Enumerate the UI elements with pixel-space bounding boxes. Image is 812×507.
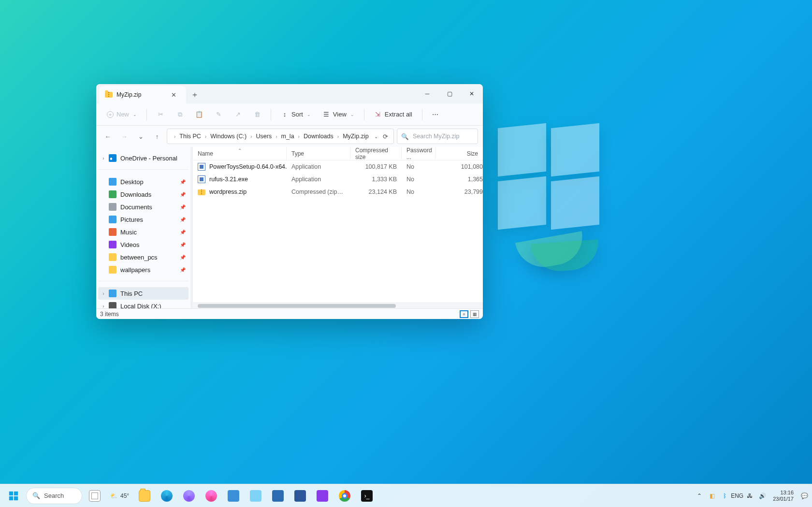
paste-button[interactable]: 📋: [190, 108, 208, 121]
chevron-right-icon[interactable]: ›: [100, 156, 107, 161]
sidebar-item-documents[interactable]: Documents📌: [98, 201, 188, 213]
taskbar-app-store[interactable]: [268, 486, 288, 506]
tab-myzip[interactable]: MyZip.zip ✕: [99, 86, 186, 103]
file-row[interactable]: rufus-3.21.exeApplication1,333 KBNo1,365: [193, 173, 483, 186]
share-button[interactable]: ↗: [229, 108, 246, 121]
nav-up-button[interactable]: ↑: [150, 130, 164, 143]
new-button[interactable]: + New ⌄: [102, 108, 142, 121]
cut-button[interactable]: ✂: [152, 108, 169, 121]
pin-icon[interactable]: 📌: [180, 230, 186, 235]
nav-recent-button[interactable]: ⌄: [134, 130, 147, 143]
horizontal-scrollbar[interactable]: [193, 303, 483, 308]
pin-icon[interactable]: 📌: [180, 242, 186, 247]
crumb-users[interactable]: Users: [253, 133, 275, 140]
crumb-downloads[interactable]: Downloads: [301, 133, 336, 140]
windows-logo-icon: [8, 491, 19, 501]
navigation-pane[interactable]: › OneDrive - Personal Desktop📌Downloads📌…: [96, 147, 191, 308]
window-titlebar[interactable]: MyZip.zip ✕ ＋ ─ ▢ ✕: [96, 84, 483, 103]
tray-app-icon[interactable]: ◧: [708, 492, 716, 500]
more-options-button[interactable]: ⋯: [427, 108, 443, 121]
scrollbar-thumb[interactable]: [198, 304, 396, 308]
file-explorer-icon: [139, 490, 150, 502]
address-history-dropdown[interactable]: ⌄: [372, 134, 380, 139]
file-size: 23,799: [435, 188, 483, 195]
column-header-size[interactable]: Size: [435, 147, 483, 160]
sidebar-item-downloads[interactable]: Downloads📌: [98, 188, 188, 201]
new-tab-button[interactable]: ＋: [186, 86, 203, 103]
crumb-current[interactable]: MyZip.zip: [340, 133, 371, 140]
nav-back-button[interactable]: ←: [101, 130, 115, 143]
chevron-right-icon[interactable]: ›: [100, 291, 107, 296]
crumb-this-pc[interactable]: This PC: [176, 133, 203, 140]
taskbar-app-terminal[interactable]: ›_: [357, 486, 377, 506]
crumb-user[interactable]: m_la: [278, 133, 297, 140]
pin-icon[interactable]: 📌: [180, 255, 186, 260]
pin-icon[interactable]: 📌: [180, 267, 186, 273]
copy-icon: ⧉: [176, 111, 184, 118]
taskbar-weather[interactable]: ⛅ 45°: [107, 493, 132, 499]
file-row[interactable]: PowerToysSetup-0.64.0-x64.exeApplication…: [193, 160, 483, 173]
sidebar-item-local-disk[interactable]: › Local Disk (X:): [98, 300, 188, 308]
column-header-password[interactable]: Password ...: [402, 147, 435, 160]
language-indicator[interactable]: ENG: [733, 492, 741, 500]
task-view-button[interactable]: [85, 486, 104, 506]
taskbar-clock[interactable]: 13:16 23/01/17: [771, 490, 796, 502]
sidebar-item-onedrive[interactable]: › OneDrive - Personal: [98, 152, 188, 164]
pin-icon[interactable]: 📌: [180, 217, 186, 222]
crumb-drive-c[interactable]: Windows (C:): [207, 133, 249, 140]
refresh-button[interactable]: ⟳: [380, 133, 391, 140]
pin-icon[interactable]: 📌: [180, 192, 186, 197]
sidebar-item-videos[interactable]: Videos📌: [98, 238, 188, 251]
pin-icon[interactable]: 📌: [180, 204, 186, 210]
view-label: View: [333, 111, 347, 118]
sidebar-item-between-pcs[interactable]: between_pcs📌: [98, 251, 188, 263]
search-input[interactable]: [413, 133, 483, 140]
bluetooth-icon[interactable]: ᛒ: [721, 492, 728, 500]
notifications-button[interactable]: 💬: [800, 492, 808, 500]
address-bar[interactable]: › This PC › Windows (C:) › Users › m_la …: [167, 129, 394, 144]
column-header-type[interactable]: Type: [287, 147, 350, 160]
taskbar-app-edge[interactable]: [157, 486, 176, 506]
tab-close-button[interactable]: ✕: [167, 91, 180, 99]
taskbar-app-file-explorer[interactable]: [135, 486, 154, 506]
details-view-button[interactable]: ≡: [460, 310, 468, 318]
window-minimize-button[interactable]: ─: [416, 84, 438, 103]
start-button[interactable]: [4, 486, 23, 506]
taskbar-app-1[interactable]: [224, 486, 243, 506]
nav-forward-button[interactable]: →: [117, 130, 131, 143]
column-header-compressed-size[interactable]: Compressed size: [350, 147, 402, 160]
sort-button[interactable]: ↕ Sort ⌄: [276, 108, 316, 121]
taskbar-app-word[interactable]: [290, 486, 310, 506]
taskbar-app-2[interactable]: [313, 486, 332, 506]
svg-rect-0: [9, 491, 13, 495]
clock-time: 13:16: [773, 490, 794, 496]
sidebar-item-this-pc[interactable]: › This PC: [98, 287, 188, 300]
window-maximize-button[interactable]: ▢: [438, 84, 461, 103]
taskbar-search[interactable]: 🔍 Search: [26, 488, 82, 504]
search-box[interactable]: 🔍: [397, 129, 478, 144]
taskbar-app-edge-canary[interactable]: [202, 486, 221, 506]
sidebar-item-desktop[interactable]: Desktop📌: [98, 175, 188, 188]
extract-icon: ⇲: [374, 111, 382, 118]
taskbar-app-notepad[interactable]: [246, 486, 265, 506]
exe-file-icon: [198, 175, 205, 183]
taskbar-app-edge-dev[interactable]: [179, 486, 199, 506]
tray-overflow-button[interactable]: ⌃: [696, 492, 703, 500]
chevron-right-icon[interactable]: ›: [100, 304, 107, 309]
copy-button[interactable]: ⧉: [171, 108, 188, 121]
sidebar-item-music[interactable]: Music📌: [98, 226, 188, 238]
taskbar-app-chrome[interactable]: [335, 486, 354, 506]
view-button[interactable]: ☰ View ⌄: [318, 108, 359, 121]
pin-icon[interactable]: 📌: [180, 179, 186, 185]
sidebar-item-wallpapers[interactable]: wallpapers📌: [98, 263, 188, 276]
window-close-button[interactable]: ✕: [461, 84, 483, 103]
extract-all-button[interactable]: ⇲ Extract all: [369, 108, 417, 121]
volume-icon[interactable]: 🔊: [758, 492, 766, 500]
sidebar-item-pictures[interactable]: Pictures📌: [98, 213, 188, 226]
rename-button[interactable]: ✎: [210, 108, 227, 121]
file-row[interactable]: wordpress.zipCompressed (zipped) Fol...2…: [193, 186, 483, 198]
task-view-icon: [89, 490, 101, 502]
thumbnails-view-button[interactable]: ▦: [470, 310, 479, 318]
network-icon[interactable]: 🖧: [746, 492, 754, 500]
delete-button[interactable]: 🗑: [248, 108, 266, 121]
